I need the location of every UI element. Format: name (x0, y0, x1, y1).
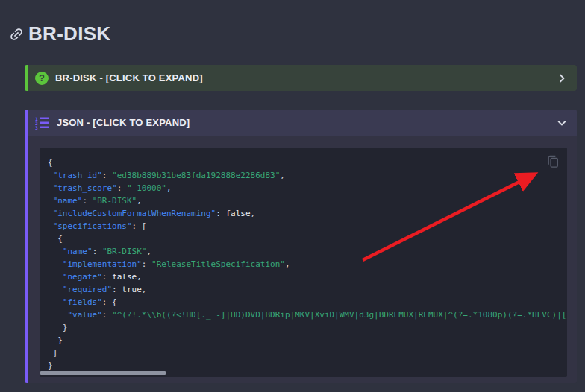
chevron-down-icon (556, 117, 568, 129)
admonition-json: 123 JSON - [CLICK TO EXPAND] { "trash_id… (25, 110, 577, 383)
page-title-row: BR-DISK (8, 22, 110, 45)
admonition-question: ? BR-DISK - [CLICK TO EXPAND] (25, 65, 577, 91)
page-title: BR-DISK (28, 22, 110, 45)
admonition-question-label: BR-DISK - [CLICK TO EXPAND] (55, 72, 549, 83)
json-code: { "trash_id": "ed38b889b31be83fda192888e… (40, 148, 567, 377)
ordered-list-icon: 123 (35, 116, 50, 130)
scrollbar-thumb[interactable] (40, 371, 166, 375)
svg-text:3: 3 (35, 124, 38, 130)
code-line: "fields": { (48, 296, 561, 309)
json-code-block: { "trash_id": "ed38b889b31be83fda192888e… (40, 148, 567, 377)
code-line: { (48, 157, 561, 169)
code-line: "required": true, (48, 283, 561, 296)
horizontal-scrollbar (40, 371, 567, 375)
code-line: "trash_id": "ed38b889b31be83fda192888e22… (48, 169, 561, 182)
code-line: "trash_score": "-10000", (48, 182, 561, 195)
code-line: "value": "^(?!.*\\b((?<!HD[._ -]|HD)DVD|… (48, 309, 561, 321)
code-line: } (48, 334, 561, 347)
code-line: "includeCustomFormatWhenRenaming": false… (48, 207, 561, 220)
code-line: ] (48, 347, 561, 359)
admonition-json-header[interactable]: 123 JSON - [CLICK TO EXPAND] (28, 110, 577, 136)
link-anchor-icon[interactable] (8, 26, 25, 42)
code-line: "name": "BR-DISK", (48, 245, 561, 258)
chevron-right-icon (556, 72, 568, 84)
code-line: } (48, 359, 561, 372)
code-line: { (48, 233, 561, 245)
code-line: "implementation": "ReleaseTitleSpecifica… (48, 258, 561, 271)
code-line: "specifications": [ (48, 220, 561, 233)
code-line: "negate": false, (48, 271, 561, 283)
copy-icon[interactable] (545, 154, 560, 169)
code-line: "name": "BR-DISK", (48, 195, 561, 207)
question-circle-icon: ? (35, 72, 49, 85)
admonition-question-header[interactable]: ? BR-DISK - [CLICK TO EXPAND] (28, 65, 577, 91)
admonition-json-label: JSON - [CLICK TO EXPAND] (57, 117, 549, 128)
code-line: } (48, 321, 561, 334)
